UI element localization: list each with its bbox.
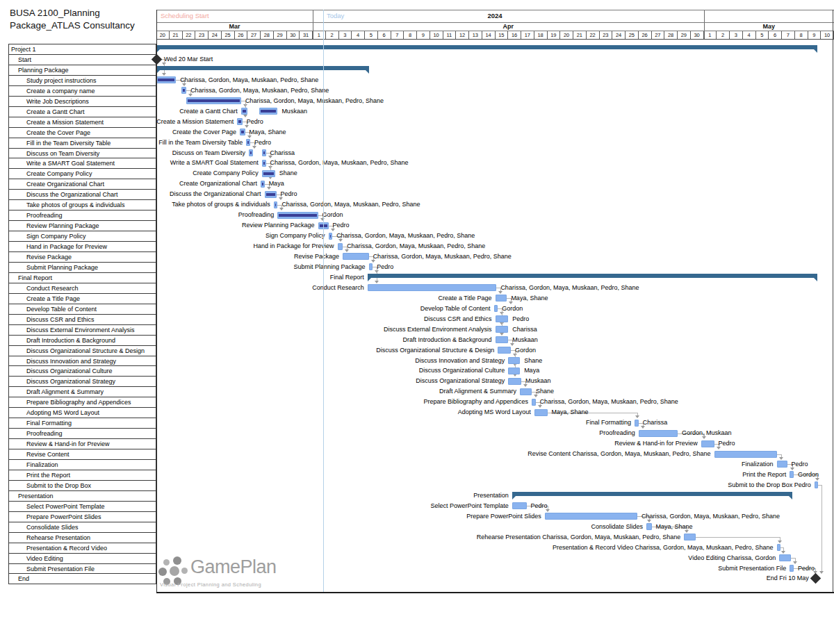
task-bar[interactable] (777, 544, 780, 551)
task-bar[interactable] (779, 554, 791, 561)
task-bar[interactable] (790, 471, 794, 478)
bar-resource-label: Charissa, Gordon, Maya, Muskaan, Pedro, … (190, 85, 329, 96)
task-bar[interactable] (277, 212, 318, 219)
bar-resource-label: Pedro (333, 220, 350, 231)
bar-resource-label: Maya, Shane (552, 407, 589, 418)
task-bar[interactable] (532, 399, 536, 406)
task-bar[interactable] (545, 513, 637, 520)
bar-left-label: Adopting MS Word Layout (458, 407, 531, 418)
bar-left-label: Discuss on Team Diversity (172, 148, 245, 158)
task-bar[interactable] (369, 263, 373, 270)
bar-resource-label: Pedro (798, 563, 815, 574)
bar-left-label: Finalization (742, 459, 774, 470)
task-bar[interactable] (262, 170, 275, 177)
task-bar[interactable] (262, 160, 266, 167)
bar-resource-label: Maya (524, 365, 539, 376)
bar-resource-label: Maya, Shane (250, 127, 286, 138)
bar-resource-label: Charissa (512, 324, 537, 335)
task-bar[interactable] (261, 181, 265, 188)
task-bar[interactable] (249, 149, 253, 156)
task-progress-core (188, 99, 240, 102)
task-bar[interactable] (181, 87, 187, 94)
task-bar[interactable] (496, 326, 509, 333)
task-bar[interactable] (343, 253, 369, 260)
summary-bar[interactable] (512, 492, 792, 496)
task-bar[interactable] (259, 108, 277, 115)
bar-left-label: Create Organizational Chart (179, 179, 257, 189)
bar-resource-label: Pedro (247, 117, 263, 127)
task-bar[interactable] (338, 243, 343, 250)
task-bar[interactable] (815, 481, 818, 488)
gameplan-tagline: Visual Project Planning and Scheduling (160, 581, 261, 588)
bar-left-label: Sign Company Policy (265, 231, 325, 241)
task-bar[interactable] (246, 139, 250, 146)
task-progress-core (250, 151, 252, 154)
bar-resource-label: Charissa, Gordon, Maya, Muskaan, Pedro, … (180, 75, 318, 85)
bar-resource-label: Charissa, Gordon, Maya, Muskaan, Pedro, … (347, 241, 485, 251)
connector-arrow (781, 551, 785, 554)
task-bar[interactable] (240, 129, 245, 135)
bar-left-label: Conduct Research (312, 283, 364, 293)
task-progress-core (183, 89, 186, 92)
bar-left-label: Discuss Organizational Structure & Desig… (376, 345, 494, 356)
task-bar[interactable] (646, 523, 652, 530)
bar-resource-label: Charissa, Gordon, Maya, Muskaan, Pedro, … (373, 251, 512, 262)
task-bar[interactable] (274, 201, 278, 208)
bar-left-label: Fill in the Team Diversity Table (158, 138, 243, 148)
summary-bar[interactable] (156, 45, 817, 49)
task-bar[interactable] (508, 357, 520, 364)
bar-left-label: Submit to the Drop Box Pedro (728, 480, 811, 490)
milestone-diamond[interactable] (810, 573, 821, 584)
task-bar[interactable] (156, 76, 176, 83)
bar-left-label: Create a Mission Statement (156, 117, 234, 127)
bar-resource-label: Charissa, Gordon, Maya, Muskaan, Pedro, … (641, 511, 780, 522)
task-bar[interactable] (494, 305, 498, 312)
task-bar[interactable] (635, 420, 639, 427)
bar-resource-label: Charissa, Gordon, Maya, Muskaan, Pedro, … (500, 283, 639, 293)
bar-left-label: Discuss the Organizational Chart (170, 189, 261, 199)
bar-resource-label: Charissa, Gordon, Maya, Muskaan, Pedro, … (245, 96, 384, 106)
bar-left-label: Discuss Innovation and Strategy (415, 356, 505, 366)
header-top-border (156, 10, 834, 10)
task-bar[interactable] (534, 409, 548, 416)
task-bar[interactable] (520, 388, 532, 395)
task-bar[interactable] (265, 191, 277, 198)
task-bar[interactable] (186, 97, 241, 104)
bar-resource-label: Gordon (515, 345, 536, 356)
bar-resource-label: Shane (524, 356, 542, 366)
bar-resource-label: Pedro (512, 314, 529, 324)
task-progress-core (263, 151, 265, 154)
bar-left-label: Submit Planning Package (294, 262, 366, 272)
bar-resource-label: Maya, Shane (656, 522, 693, 532)
task-bar[interactable] (496, 295, 507, 302)
task-progress-core (241, 131, 244, 133)
summary-bar[interactable] (368, 274, 817, 278)
summary-bar[interactable] (156, 66, 369, 70)
chart-bottom-border (156, 592, 834, 593)
task-bar[interactable] (512, 502, 527, 509)
task-bar[interactable] (508, 378, 521, 385)
bar-resource-label: Charissa (270, 148, 295, 158)
task-bar[interactable] (496, 315, 509, 322)
task-bar[interactable] (777, 461, 787, 468)
task-bar[interactable] (368, 284, 497, 291)
task-bar[interactable] (237, 118, 243, 125)
bar-left-label: Consolidate Slides (591, 522, 643, 532)
task-bar[interactable] (790, 565, 794, 572)
task-bar[interactable] (701, 440, 714, 447)
task-bar[interactable] (639, 430, 678, 437)
task-bar[interactable] (714, 451, 777, 458)
bar-resource-label: Shane (279, 168, 297, 179)
task-bar[interactable] (241, 108, 247, 115)
bar-left-label: Print the Report (742, 470, 786, 480)
bar-left-label: Presentation & Record Video Charissa, Go… (553, 543, 774, 553)
task-bar[interactable] (508, 368, 520, 374)
task-bar[interactable] (262, 149, 266, 156)
connector-arrow (513, 374, 517, 377)
task-bar[interactable] (329, 233, 333, 240)
task-bar[interactable] (684, 534, 696, 540)
header-bottom-border (156, 39, 834, 40)
task-bar[interactable] (496, 336, 509, 343)
bar-left-label: Select PowerPoint Template (430, 501, 508, 511)
task-bar[interactable] (498, 347, 511, 354)
